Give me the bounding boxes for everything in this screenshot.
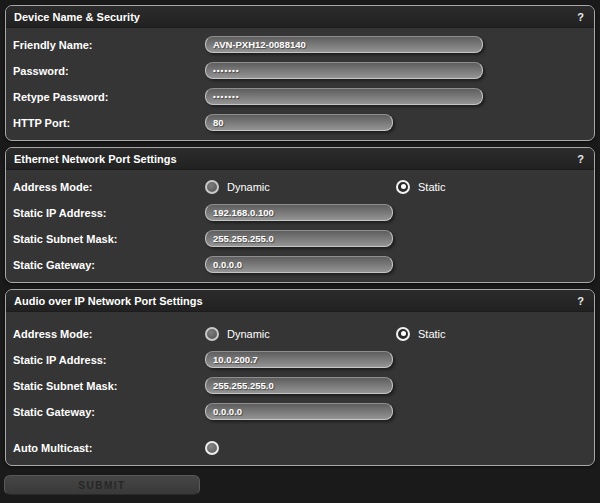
ethernet-dynamic-option: Dynamic bbox=[205, 180, 396, 194]
address-mode-label: Address Mode: bbox=[13, 181, 205, 193]
gateway-label: Static Gateway: bbox=[13, 406, 205, 418]
auto-multicast-row: Auto Multicast: bbox=[13, 439, 587, 456]
aoip-static-option: Static bbox=[396, 327, 587, 341]
ethernet-static-ip-input[interactable]: 192.168.0.100 bbox=[205, 204, 393, 221]
auto-multicast-label: Auto Multicast: bbox=[13, 442, 205, 454]
section-title: Audio over IP Network Port Settings bbox=[14, 295, 203, 307]
section-header: Device Name & Security ? bbox=[6, 6, 594, 28]
ethernet-gateway-row: Static Gateway: 0.0.0.0 bbox=[13, 256, 587, 273]
section-body: Friendly Name: AVN-PXH12-0088140 Passwor… bbox=[6, 28, 594, 131]
dynamic-option-label: Dynamic bbox=[227, 328, 270, 340]
ethernet-gateway-input[interactable]: 0.0.0.0 bbox=[205, 256, 393, 273]
retype-password-row: Retype Password: ••••••• bbox=[13, 88, 587, 105]
device-name-security-section: Device Name & Security ? Friendly Name: … bbox=[5, 5, 595, 141]
section-header: Ethernet Network Port Settings ? bbox=[6, 148, 594, 170]
retype-password-input[interactable]: ••••••• bbox=[205, 88, 483, 105]
retype-password-label: Retype Password: bbox=[13, 91, 205, 103]
ethernet-subnet-mask-input[interactable]: 255.255.255.0 bbox=[205, 230, 393, 247]
ethernet-static-radio[interactable] bbox=[396, 180, 410, 194]
static-option-label: Static bbox=[418, 328, 446, 340]
auto-multicast-checkbox[interactable] bbox=[205, 441, 219, 455]
aoip-gateway-input[interactable]: 0.0.0.0 bbox=[205, 403, 393, 420]
password-row: Password: ••••••• bbox=[13, 62, 587, 79]
password-label: Password: bbox=[13, 65, 205, 77]
friendly-name-row: Friendly Name: AVN-PXH12-0088140 bbox=[13, 36, 587, 53]
help-icon[interactable]: ? bbox=[575, 295, 586, 307]
friendly-name-input[interactable]: AVN-PXH12-0088140 bbox=[205, 36, 483, 53]
ethernet-address-mode-row: Address Mode: Dynamic Static bbox=[13, 178, 587, 195]
static-ip-label: Static IP Address: bbox=[13, 207, 205, 219]
aoip-dynamic-option: Dynamic bbox=[205, 327, 396, 341]
gateway-label: Static Gateway: bbox=[13, 259, 205, 271]
static-option-label: Static bbox=[418, 181, 446, 193]
ethernet-subnet-mask-row: Static Subnet Mask: 255.255.255.0 bbox=[13, 230, 587, 247]
ethernet-static-ip-row: Static IP Address: 192.168.0.100 bbox=[13, 204, 587, 221]
aoip-address-mode-row: Address Mode: Dynamic Static bbox=[13, 325, 587, 342]
help-icon[interactable]: ? bbox=[575, 153, 586, 165]
aoip-static-ip-input[interactable]: 10.0.200.7 bbox=[205, 351, 393, 368]
aoip-subnet-mask-row: Static Subnet Mask: 255.255.255.0 bbox=[13, 377, 587, 394]
aoip-subnet-mask-input[interactable]: 255.255.255.0 bbox=[205, 377, 393, 394]
dynamic-option-label: Dynamic bbox=[227, 181, 270, 193]
static-ip-label: Static IP Address: bbox=[13, 354, 205, 366]
subnet-mask-label: Static Subnet Mask: bbox=[13, 233, 205, 245]
aoip-settings-section: Audio over IP Network Port Settings ? Ad… bbox=[5, 289, 595, 466]
http-port-label: HTTP Port: bbox=[13, 117, 205, 129]
aoip-dynamic-radio[interactable] bbox=[205, 327, 219, 341]
section-title: Device Name & Security bbox=[14, 11, 140, 23]
friendly-name-label: Friendly Name: bbox=[13, 39, 205, 51]
aoip-gateway-row: Static Gateway: 0.0.0.0 bbox=[13, 403, 587, 420]
address-mode-label: Address Mode: bbox=[13, 328, 205, 340]
aoip-static-ip-row: Static IP Address: 10.0.200.7 bbox=[13, 351, 587, 368]
ethernet-dynamic-radio[interactable] bbox=[205, 180, 219, 194]
section-header: Audio over IP Network Port Settings ? bbox=[6, 290, 594, 312]
section-body: Address Mode: Dynamic Static Static IP A… bbox=[6, 312, 594, 456]
http-port-input[interactable]: 80 bbox=[205, 114, 393, 131]
http-port-row: HTTP Port: 80 bbox=[13, 114, 587, 131]
submit-button[interactable]: SUBMIT bbox=[4, 475, 200, 495]
password-input[interactable]: ••••••• bbox=[205, 62, 483, 79]
subnet-mask-label: Static Subnet Mask: bbox=[13, 380, 205, 392]
help-icon[interactable]: ? bbox=[575, 11, 586, 23]
section-title: Ethernet Network Port Settings bbox=[14, 153, 177, 165]
ethernet-settings-section: Ethernet Network Port Settings ? Address… bbox=[5, 147, 595, 283]
ethernet-static-option: Static bbox=[396, 180, 587, 194]
section-body: Address Mode: Dynamic Static Static IP A… bbox=[6, 170, 594, 273]
aoip-static-radio[interactable] bbox=[396, 327, 410, 341]
